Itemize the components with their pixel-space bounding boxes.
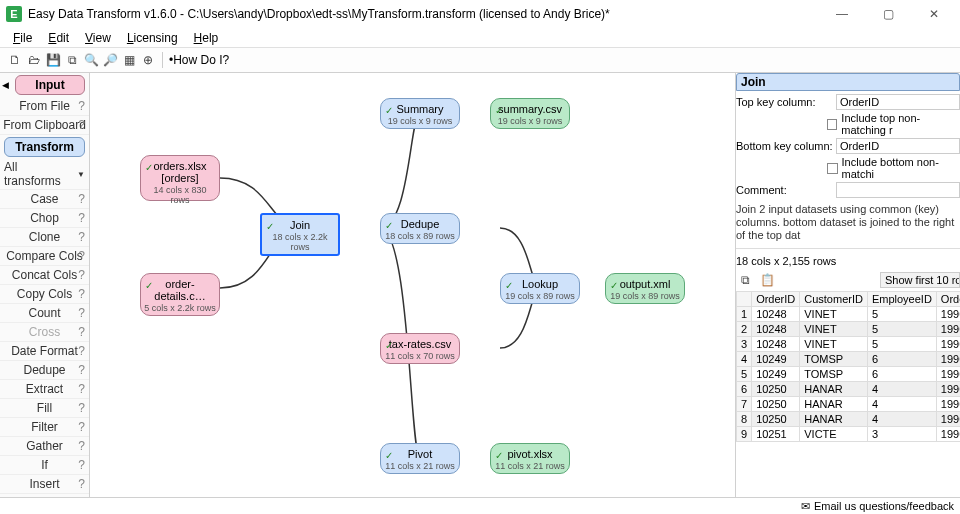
titlebar: E Easy Data Transform v1.6.0 - C:\Users\… bbox=[0, 0, 960, 28]
table-cell: VINET bbox=[800, 322, 868, 337]
table-info: 18 cols x 2,155 rows bbox=[736, 253, 960, 269]
table-row[interactable]: 610250HANAR41996-07-08 bbox=[737, 382, 961, 397]
envelope-icon[interactable]: ✉ bbox=[801, 500, 810, 513]
table-header[interactable] bbox=[737, 292, 752, 307]
target-icon[interactable]: ⊕ bbox=[139, 51, 157, 69]
maximize-button[interactable]: ▢ bbox=[865, 0, 911, 28]
help-icon[interactable]: ? bbox=[78, 99, 85, 113]
transform-date-format[interactable]: Date Format? bbox=[0, 342, 89, 361]
transform-category: Transform bbox=[4, 137, 85, 157]
comment-field[interactable] bbox=[836, 182, 960, 198]
transform-extract[interactable]: Extract? bbox=[0, 380, 89, 399]
transform-if[interactable]: If? bbox=[0, 456, 89, 475]
table-cell: 10250 bbox=[752, 412, 800, 427]
main-area: ◀ Input From File? From Clipboard? Trans… bbox=[0, 73, 960, 497]
table-cell: 1996-07-05 bbox=[936, 367, 960, 382]
menu-edit[interactable]: Edit bbox=[41, 30, 76, 46]
table-header[interactable]: OrderDate bbox=[936, 292, 960, 307]
table-row[interactable]: 710250HANAR41996-07-08 bbox=[737, 397, 961, 412]
check-icon: ✓ bbox=[145, 162, 153, 173]
bottom-non-matching-checkbox[interactable] bbox=[827, 163, 837, 174]
table-row[interactable]: 810250HANAR41996-07-08 bbox=[737, 412, 961, 427]
node-summary-csv[interactable]: ✓ summary.csv 19 cols x 9 rows bbox=[490, 98, 570, 129]
top-key-field[interactable]: OrderID bbox=[836, 94, 960, 110]
table-cell: 3 bbox=[867, 427, 936, 442]
help-icon[interactable]: ? bbox=[78, 118, 85, 132]
transform-filter-dropdown[interactable]: All transforms▼ bbox=[0, 159, 89, 190]
collapse-left-icon[interactable]: ◀ bbox=[0, 78, 11, 92]
feedback-link[interactable]: Email us questions/feedback bbox=[814, 500, 954, 512]
show-first-button[interactable]: Show first 10 ro bbox=[880, 272, 960, 288]
transform-insert[interactable]: Insert? bbox=[0, 475, 89, 494]
paste-table-icon[interactable]: 📋 bbox=[758, 271, 776, 289]
table-cell: 1 bbox=[737, 307, 752, 322]
table-row[interactable]: 510249TOMSP61996-07-05 bbox=[737, 367, 961, 382]
table-row[interactable]: 110248VINET51996-07-04 bbox=[737, 307, 961, 322]
check-icon: ✓ bbox=[385, 105, 393, 116]
table-header[interactable]: CustomerID bbox=[800, 292, 868, 307]
transform-intersect[interactable]: Intersect? bbox=[0, 494, 89, 497]
transform-concat-cols[interactable]: Concat Cols? bbox=[0, 266, 89, 285]
pipeline-canvas[interactable]: ✓ orders.xlsx [orders] 14 cols x 830 row… bbox=[90, 73, 735, 497]
table-row[interactable]: 210248VINET51996-07-04 bbox=[737, 322, 961, 337]
node-summary[interactable]: ✓ Summary 19 cols x 9 rows bbox=[380, 98, 460, 129]
node-join[interactable]: ✓ Join 18 cols x 2.2k rows bbox=[260, 213, 340, 256]
menu-file[interactable]: File bbox=[6, 30, 39, 46]
save-icon[interactable]: 💾 bbox=[44, 51, 62, 69]
table-cell: 1996-07-08 bbox=[936, 412, 960, 427]
transform-filter[interactable]: Filter? bbox=[0, 418, 89, 437]
grid-icon[interactable]: ▦ bbox=[120, 51, 138, 69]
node-lookup[interactable]: ✓ Lookup 19 cols x 89 rows bbox=[500, 273, 580, 304]
node-pivot[interactable]: ✓ Pivot 11 cols x 21 rows bbox=[380, 443, 460, 474]
open-file-icon[interactable]: 🗁 bbox=[25, 51, 43, 69]
copy-icon[interactable]: ⧉ bbox=[63, 51, 81, 69]
table-row[interactable]: 410249TOMSP61996-07-05 bbox=[737, 352, 961, 367]
from-file-item[interactable]: From File? bbox=[0, 97, 89, 116]
table-cell: 5 bbox=[867, 322, 936, 337]
table-cell: 6 bbox=[867, 352, 936, 367]
inspector-title: Join bbox=[736, 73, 960, 91]
table-cell: 9 bbox=[737, 427, 752, 442]
bottom-non-matching-label: Include bottom non-matchi bbox=[842, 156, 960, 180]
table-header[interactable]: EmployeeID bbox=[867, 292, 936, 307]
node-order-details[interactable]: ✓ order-details.c… 5 cols x 2.2k rows bbox=[140, 273, 220, 316]
input-category: Input bbox=[15, 75, 85, 95]
zoom-out-icon[interactable]: 🔎 bbox=[101, 51, 119, 69]
close-button[interactable]: ✕ bbox=[911, 0, 957, 28]
table-cell: 8 bbox=[737, 412, 752, 427]
top-non-matching-checkbox[interactable] bbox=[827, 119, 837, 130]
zoom-in-icon[interactable]: 🔍 bbox=[82, 51, 100, 69]
bottom-key-field[interactable]: OrderID bbox=[836, 138, 960, 154]
transform-count[interactable]: Count? bbox=[0, 304, 89, 323]
table-cell: 6 bbox=[867, 367, 936, 382]
transform-clone[interactable]: Clone? bbox=[0, 228, 89, 247]
table-cell: 1996-07-08 bbox=[936, 397, 960, 412]
transform-dedupe[interactable]: Dedupe? bbox=[0, 361, 89, 380]
node-dedupe[interactable]: ✓ Dedupe 18 cols x 89 rows bbox=[380, 213, 460, 244]
node-orders[interactable]: ✓ orders.xlsx [orders] 14 cols x 830 row… bbox=[140, 155, 220, 201]
menu-help[interactable]: Help bbox=[187, 30, 226, 46]
node-tax-rates[interactable]: ✓ tax-rates.csv 11 cols x 70 rows bbox=[380, 333, 460, 364]
node-output-xml[interactable]: ✓ output.xml 19 cols x 89 rows bbox=[605, 273, 685, 304]
how-do-i-link[interactable]: •How Do I? bbox=[162, 52, 235, 68]
menu-licensing[interactable]: Licensing bbox=[120, 30, 185, 46]
node-pivot-xlsx[interactable]: ✓ pivot.xlsx 11 cols x 21 rows bbox=[490, 443, 570, 474]
menu-view[interactable]: View bbox=[78, 30, 118, 46]
table-cell: 4 bbox=[867, 397, 936, 412]
table-row[interactable]: 310248VINET51996-07-04 bbox=[737, 337, 961, 352]
minimize-button[interactable]: ― bbox=[819, 0, 865, 28]
from-clipboard-item[interactable]: From Clipboard? bbox=[0, 116, 89, 135]
transform-gather[interactable]: Gather? bbox=[0, 437, 89, 456]
transform-copy-cols[interactable]: Copy Cols? bbox=[0, 285, 89, 304]
transform-chop[interactable]: Chop? bbox=[0, 209, 89, 228]
copy-table-icon[interactable]: ⧉ bbox=[736, 271, 754, 289]
table-cell: 10248 bbox=[752, 322, 800, 337]
transform-fill[interactable]: Fill? bbox=[0, 399, 89, 418]
transform-cross[interactable]: Cross? bbox=[0, 323, 89, 342]
new-file-icon[interactable]: 🗋 bbox=[6, 51, 24, 69]
table-header[interactable]: OrderID bbox=[752, 292, 800, 307]
table-cell: 10249 bbox=[752, 367, 800, 382]
transform-case[interactable]: Case? bbox=[0, 190, 89, 209]
table-row[interactable]: 910251VICTE31996-07-08 bbox=[737, 427, 961, 442]
transform-compare-cols[interactable]: Compare Cols? bbox=[0, 247, 89, 266]
